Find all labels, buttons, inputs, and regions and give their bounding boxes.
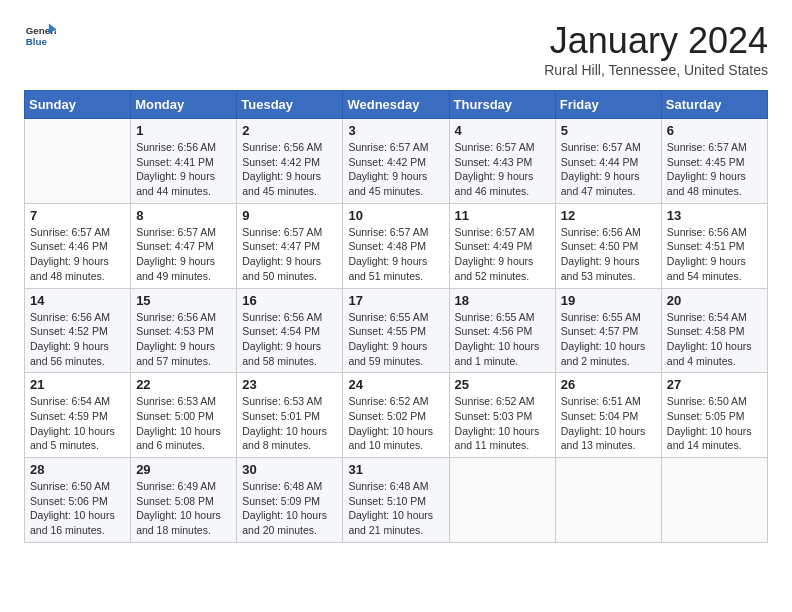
- day-number: 26: [561, 377, 656, 392]
- calendar-cell: [661, 458, 767, 543]
- week-row-4: 21Sunrise: 6:54 AMSunset: 4:59 PMDayligh…: [25, 373, 768, 458]
- day-number: 28: [30, 462, 125, 477]
- calendar-cell: 12Sunrise: 6:56 AMSunset: 4:50 PMDayligh…: [555, 203, 661, 288]
- day-number: 7: [30, 208, 125, 223]
- day-info: Sunrise: 6:57 AMSunset: 4:49 PMDaylight:…: [455, 225, 550, 284]
- weekday-header-sunday: Sunday: [25, 91, 131, 119]
- day-number: 21: [30, 377, 125, 392]
- day-info: Sunrise: 6:57 AMSunset: 4:47 PMDaylight:…: [136, 225, 231, 284]
- calendar-cell: 24Sunrise: 6:52 AMSunset: 5:02 PMDayligh…: [343, 373, 449, 458]
- day-number: 2: [242, 123, 337, 138]
- calendar-cell: 9Sunrise: 6:57 AMSunset: 4:47 PMDaylight…: [237, 203, 343, 288]
- day-number: 6: [667, 123, 762, 138]
- calendar-cell: 27Sunrise: 6:50 AMSunset: 5:05 PMDayligh…: [661, 373, 767, 458]
- calendar-cell: [449, 458, 555, 543]
- day-info: Sunrise: 6:57 AMSunset: 4:42 PMDaylight:…: [348, 140, 443, 199]
- day-info: Sunrise: 6:56 AMSunset: 4:51 PMDaylight:…: [667, 225, 762, 284]
- day-info: Sunrise: 6:54 AMSunset: 4:58 PMDaylight:…: [667, 310, 762, 369]
- calendar-cell: 14Sunrise: 6:56 AMSunset: 4:52 PMDayligh…: [25, 288, 131, 373]
- weekday-header-tuesday: Tuesday: [237, 91, 343, 119]
- day-number: 9: [242, 208, 337, 223]
- day-number: 10: [348, 208, 443, 223]
- day-number: 19: [561, 293, 656, 308]
- calendar-cell: 11Sunrise: 6:57 AMSunset: 4:49 PMDayligh…: [449, 203, 555, 288]
- calendar-cell: 10Sunrise: 6:57 AMSunset: 4:48 PMDayligh…: [343, 203, 449, 288]
- svg-text:Blue: Blue: [26, 36, 48, 47]
- title-area: January 2024 Rural Hill, Tennessee, Unit…: [544, 20, 768, 78]
- calendar-cell: 25Sunrise: 6:52 AMSunset: 5:03 PMDayligh…: [449, 373, 555, 458]
- day-number: 15: [136, 293, 231, 308]
- calendar-cell: 1Sunrise: 6:56 AMSunset: 4:41 PMDaylight…: [131, 119, 237, 204]
- day-info: Sunrise: 6:56 AMSunset: 4:54 PMDaylight:…: [242, 310, 337, 369]
- weekday-header-row: SundayMondayTuesdayWednesdayThursdayFrid…: [25, 91, 768, 119]
- calendar-cell: 17Sunrise: 6:55 AMSunset: 4:55 PMDayligh…: [343, 288, 449, 373]
- calendar-cell: 26Sunrise: 6:51 AMSunset: 5:04 PMDayligh…: [555, 373, 661, 458]
- month-title: January 2024: [544, 20, 768, 62]
- week-row-3: 14Sunrise: 6:56 AMSunset: 4:52 PMDayligh…: [25, 288, 768, 373]
- logo: General Blue: [24, 20, 56, 52]
- calendar-table: SundayMondayTuesdayWednesdayThursdayFrid…: [24, 90, 768, 543]
- calendar-cell: 20Sunrise: 6:54 AMSunset: 4:58 PMDayligh…: [661, 288, 767, 373]
- day-info: Sunrise: 6:56 AMSunset: 4:42 PMDaylight:…: [242, 140, 337, 199]
- day-number: 16: [242, 293, 337, 308]
- calendar-cell: 28Sunrise: 6:50 AMSunset: 5:06 PMDayligh…: [25, 458, 131, 543]
- day-number: 8: [136, 208, 231, 223]
- day-number: 18: [455, 293, 550, 308]
- day-info: Sunrise: 6:50 AMSunset: 5:05 PMDaylight:…: [667, 394, 762, 453]
- location-title: Rural Hill, Tennessee, United States: [544, 62, 768, 78]
- weekday-header-monday: Monday: [131, 91, 237, 119]
- day-info: Sunrise: 6:57 AMSunset: 4:43 PMDaylight:…: [455, 140, 550, 199]
- day-number: 23: [242, 377, 337, 392]
- weekday-header-friday: Friday: [555, 91, 661, 119]
- day-info: Sunrise: 6:55 AMSunset: 4:56 PMDaylight:…: [455, 310, 550, 369]
- week-row-1: 1Sunrise: 6:56 AMSunset: 4:41 PMDaylight…: [25, 119, 768, 204]
- day-info: Sunrise: 6:52 AMSunset: 5:02 PMDaylight:…: [348, 394, 443, 453]
- day-number: 1: [136, 123, 231, 138]
- calendar-body: 1Sunrise: 6:56 AMSunset: 4:41 PMDaylight…: [25, 119, 768, 543]
- day-number: 24: [348, 377, 443, 392]
- calendar-cell: [25, 119, 131, 204]
- weekday-header-thursday: Thursday: [449, 91, 555, 119]
- day-info: Sunrise: 6:49 AMSunset: 5:08 PMDaylight:…: [136, 479, 231, 538]
- day-number: 5: [561, 123, 656, 138]
- day-number: 27: [667, 377, 762, 392]
- day-info: Sunrise: 6:55 AMSunset: 4:57 PMDaylight:…: [561, 310, 656, 369]
- day-info: Sunrise: 6:57 AMSunset: 4:48 PMDaylight:…: [348, 225, 443, 284]
- day-number: 30: [242, 462, 337, 477]
- calendar-cell: 30Sunrise: 6:48 AMSunset: 5:09 PMDayligh…: [237, 458, 343, 543]
- day-number: 29: [136, 462, 231, 477]
- day-info: Sunrise: 6:52 AMSunset: 5:03 PMDaylight:…: [455, 394, 550, 453]
- calendar-cell: 29Sunrise: 6:49 AMSunset: 5:08 PMDayligh…: [131, 458, 237, 543]
- day-number: 3: [348, 123, 443, 138]
- day-info: Sunrise: 6:56 AMSunset: 4:53 PMDaylight:…: [136, 310, 231, 369]
- calendar-cell: 21Sunrise: 6:54 AMSunset: 4:59 PMDayligh…: [25, 373, 131, 458]
- day-info: Sunrise: 6:53 AMSunset: 5:00 PMDaylight:…: [136, 394, 231, 453]
- calendar-cell: 13Sunrise: 6:56 AMSunset: 4:51 PMDayligh…: [661, 203, 767, 288]
- day-info: Sunrise: 6:57 AMSunset: 4:46 PMDaylight:…: [30, 225, 125, 284]
- day-number: 4: [455, 123, 550, 138]
- calendar-cell: 16Sunrise: 6:56 AMSunset: 4:54 PMDayligh…: [237, 288, 343, 373]
- day-number: 13: [667, 208, 762, 223]
- day-info: Sunrise: 6:48 AMSunset: 5:10 PMDaylight:…: [348, 479, 443, 538]
- calendar-cell: 6Sunrise: 6:57 AMSunset: 4:45 PMDaylight…: [661, 119, 767, 204]
- day-number: 25: [455, 377, 550, 392]
- week-row-2: 7Sunrise: 6:57 AMSunset: 4:46 PMDaylight…: [25, 203, 768, 288]
- calendar-cell: 18Sunrise: 6:55 AMSunset: 4:56 PMDayligh…: [449, 288, 555, 373]
- calendar-cell: 4Sunrise: 6:57 AMSunset: 4:43 PMDaylight…: [449, 119, 555, 204]
- day-info: Sunrise: 6:57 AMSunset: 4:47 PMDaylight:…: [242, 225, 337, 284]
- day-info: Sunrise: 6:56 AMSunset: 4:41 PMDaylight:…: [136, 140, 231, 199]
- calendar-cell: 31Sunrise: 6:48 AMSunset: 5:10 PMDayligh…: [343, 458, 449, 543]
- day-number: 31: [348, 462, 443, 477]
- calendar-cell: 5Sunrise: 6:57 AMSunset: 4:44 PMDaylight…: [555, 119, 661, 204]
- day-number: 17: [348, 293, 443, 308]
- day-info: Sunrise: 6:56 AMSunset: 4:52 PMDaylight:…: [30, 310, 125, 369]
- weekday-header-saturday: Saturday: [661, 91, 767, 119]
- day-info: Sunrise: 6:56 AMSunset: 4:50 PMDaylight:…: [561, 225, 656, 284]
- day-info: Sunrise: 6:51 AMSunset: 5:04 PMDaylight:…: [561, 394, 656, 453]
- calendar-cell: 22Sunrise: 6:53 AMSunset: 5:00 PMDayligh…: [131, 373, 237, 458]
- day-info: Sunrise: 6:50 AMSunset: 5:06 PMDaylight:…: [30, 479, 125, 538]
- day-info: Sunrise: 6:55 AMSunset: 4:55 PMDaylight:…: [348, 310, 443, 369]
- logo-icon: General Blue: [24, 20, 56, 52]
- calendar-cell: [555, 458, 661, 543]
- day-number: 11: [455, 208, 550, 223]
